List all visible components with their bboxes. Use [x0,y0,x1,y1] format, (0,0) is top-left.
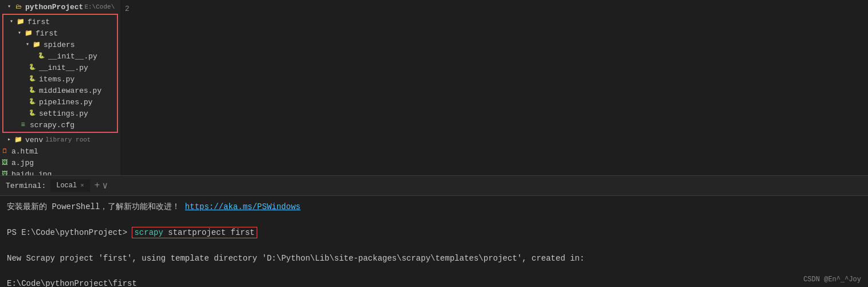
terminal-line-output2: E:\Code\pythonProject\first [7,277,861,287]
folder-first-label: first [28,18,50,26]
file-scrapy-cfg[interactable]: ≡ scrapy.cfg [5,119,116,131]
file-baidu-jpg[interactable]: 🖼 baidu.jpg [0,168,120,175]
python-file-icon: 🐍 [28,63,37,72]
file-items-label: items.py [39,75,74,84]
tab-number: 2 [125,5,129,13]
file-init-spiders[interactable]: 🐍 __init__.py [5,50,116,62]
terminal-body: 安装最新的 PowerShell，了解新功能和改进！ https://aka.m… [0,196,868,287]
add-terminal-icon[interactable]: + [95,180,100,191]
file-scrapy-cfg-label: scrapy.cfg [30,121,74,129]
folder-icon: 📁 [32,40,41,49]
folder-icon: 📁 [14,135,23,144]
terminal-line-info: 安装最新的 PowerShell，了解新功能和改进！ https://aka.m… [7,200,861,213]
terminal-container: Terminal: Local × + ∨ 安装最新的 PowerShell，了… [0,175,868,287]
scrapy-cmd-text: scrapy [134,228,163,237]
project-path: E:\Code\ [84,3,115,10]
project-root[interactable]: ▾ 🗁 pythonProject E:\Code\ [0,1,120,13]
folder-spiders-label: spiders [44,41,75,49]
cmd-rest-text: startproject first [163,228,255,237]
terminal-actions: + ∨ [95,180,108,191]
ps-prompt: PS E:\Code\pythonProject> [7,228,132,237]
file-init-first-label: __init__.py [39,64,88,72]
terminal-tab-local-label: Local [56,182,77,190]
folder-first-top[interactable]: ▾ 📁 first [5,16,116,27]
file-settings[interactable]: 🐍 settings.py [5,108,116,119]
command-highlight: scrapy startproject first [132,227,257,238]
python-file-icon: 🐍 [28,97,37,107]
close-icon[interactable]: × [80,182,84,189]
chevron-icon: ▾ [7,17,16,26]
chevron-down-icon[interactable]: ∨ [102,180,108,191]
file-middlewares[interactable]: 🐍 middlewares.py [5,85,116,96]
file-a-html[interactable]: 🗒 a.html [0,146,120,157]
file-init-first[interactable]: 🐍 __init__.py [5,62,116,73]
library-root-label: library root [45,136,91,143]
terminal-tab-local[interactable]: Local × [50,179,90,192]
chevron-down-icon: ▾ [5,2,14,11]
image-file-icon: 🖼 [0,158,9,167]
folder-icon: 📁 [24,29,33,38]
file-baidu-jpg-label: baidu.jpg [11,170,52,176]
folder-first-inner[interactable]: ▾ 📁 first [5,27,116,39]
folder-spiders[interactable]: ▾ 📁 spiders [5,39,116,50]
file-a-jpg-label: a.jpg [11,159,34,167]
powershell-link[interactable]: https://aka.ms/PSWindows [185,202,301,211]
venv-label: venv [25,136,43,144]
terminal-label: Terminal: [6,182,46,190]
html-file-icon: 🗒 [0,147,9,156]
folder-icon: 📁 [16,17,25,26]
file-a-html-label: a.html [11,147,38,156]
chevron-icon: ▾ [23,40,32,49]
watermark: CSDN @En^_^Joy [803,276,861,284]
first-project-highlight: ▾ 📁 first ▾ 📁 first ▾ 📁 spiders 🐍 __init… [2,14,118,133]
terminal-info-text: 安装最新的 PowerShell，了解新功能和改进！ [7,202,185,211]
editor-area: 2 [120,0,868,175]
output-text-2: E:\Code\pythonProject\first [7,279,137,287]
file-pipelines-label: pipelines.py [39,98,93,107]
python-file-icon: 🐍 [28,86,37,95]
folder-venv[interactable]: ▸ 📁 venv library root [0,134,120,146]
file-init-spiders-label: __init__.py [48,52,97,61]
chevron-icon: ▾ [15,29,24,38]
terminal-line-prompt: PS E:\Code\pythonProject> scrapy startpr… [7,226,861,239]
python-file-icon: 🐍 [37,52,46,61]
cfg-file-icon: ≡ [18,120,28,129]
image-file-icon: 🖼 [0,170,9,175]
sidebar: ▾ 🗁 pythonProject E:\Code\ ▾ 📁 first ▾ 📁… [0,0,120,175]
python-file-icon: 🐍 [28,74,37,84]
output-text-1: New Scrapy project 'first', using templa… [7,254,584,263]
file-middlewares-label: middlewares.py [39,87,101,95]
project-name: pythonProject [25,3,83,11]
terminal-tabs: Terminal: Local × + ∨ [0,176,868,196]
file-settings-label: settings.py [39,109,88,118]
python-file-icon: 🐍 [28,109,37,118]
file-items[interactable]: 🐍 items.py [5,73,116,85]
file-a-jpg[interactable]: 🖼 a.jpg [0,157,120,168]
chevron-right-icon: ▸ [5,135,14,144]
file-pipelines[interactable]: 🐍 pipelines.py [5,96,116,108]
folder-first-inner-label: first [36,29,58,38]
main-area: ▾ 🗁 pythonProject E:\Code\ ▾ 📁 first ▾ 📁… [0,0,868,175]
folder-icon: 🗁 [14,2,23,11]
terminal-line-output1: New Scrapy project 'first', using templa… [7,252,861,265]
